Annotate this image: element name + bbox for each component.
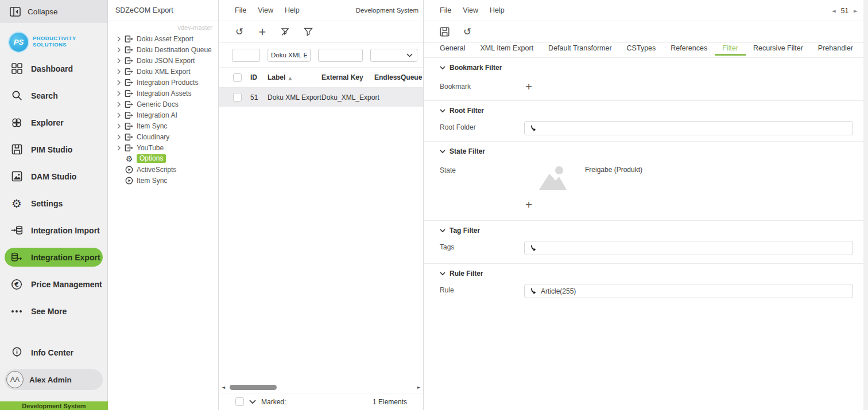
filter-endlessqueue-select[interactable] [370,49,417,62]
column-header-endlessqueue[interactable]: EndlessQueue [374,73,423,81]
column-header-label[interactable]: Label▲ [268,73,321,81]
tree-item-doku-destination-queue[interactable]: Doku Destination Queue [108,44,218,55]
filter-external-key-input[interactable] [318,49,363,62]
collapse-button[interactable]: Collapse [0,0,107,23]
tree-item-integration-assets[interactable]: Integration Assets [108,88,218,99]
add-state-button[interactable]: + [524,198,532,210]
tag-filter-header[interactable]: Tag Filter [440,227,853,235]
state-filter-header[interactable]: State Filter [440,147,853,155]
next-record-icon[interactable]: ► [854,8,858,14]
scrollbar-track[interactable] [227,385,416,390]
tab-general[interactable]: General [432,43,472,56]
menu-view[interactable]: View [258,6,273,14]
horizontal-scrollbar[interactable]: ◄ ► [222,384,421,391]
root-filter-header[interactable]: Root Filter [440,107,853,115]
rule-input[interactable]: Article(255) [524,284,853,298]
tags-input[interactable] [524,241,853,255]
tree-item-generic-docs[interactable]: Generic Docs [108,99,218,110]
chevron-right-icon[interactable] [117,36,122,42]
scrollbar-thumb[interactable] [230,385,277,390]
table-row[interactable]: 51 Doku XML Export Doku_XML_Export [219,88,423,107]
tab-xml-item-export[interactable]: XML Item Export [472,43,541,56]
chevron-right-icon[interactable] [117,91,122,96]
tree-item-doku-asset-export[interactable]: Doku Asset Export [108,33,218,44]
chevron-right-icon[interactable] [117,112,122,118]
tab-default-transformer[interactable]: Default Transformer [541,43,619,56]
tree-item-cloudinary[interactable]: Cloudinary [108,131,218,142]
menu-help[interactable]: Help [285,6,300,14]
chevron-right-icon[interactable] [117,145,122,151]
row-checkbox[interactable] [233,93,242,101]
chevron-right-icon[interactable] [117,101,122,107]
tree-item-options[interactable]: ⚙ Options [108,153,218,164]
sidebar-item-label: DAM Studio [31,172,76,181]
sidebar-item-integration-import[interactable]: Integration Import [0,217,107,244]
tree-item-activescripts[interactable]: ActiveScripts [108,164,218,175]
level-down-arrow-icon [530,245,537,252]
tab-recursive-filter[interactable]: Recursive Filter [746,43,811,56]
filter-button[interactable] [303,28,314,36]
export-node-icon [125,79,134,87]
tree-item-doku-json-export[interactable]: Doku JSON Export [108,55,218,66]
tab-references[interactable]: References [663,43,715,56]
scroll-left-icon[interactable]: ◄ [222,385,225,390]
chevron-down-icon [406,53,413,57]
add-button[interactable]: + [257,26,268,38]
tree-item-item-sync[interactable]: Item Sync [108,120,218,131]
tab-filter[interactable]: Filter [715,43,746,56]
chevron-right-icon[interactable] [117,134,122,140]
scroll-right-icon[interactable]: ► [417,385,421,390]
version-label: vdev-master [108,21,218,32]
user-menu[interactable]: AA Alex Admin [5,369,103,390]
chevron-right-icon[interactable] [117,123,122,129]
chevron-down-icon[interactable] [249,400,256,404]
chevron-right-icon[interactable] [117,69,122,75]
sidebar-item-see-more[interactable]: See More [0,298,107,325]
sidebar-item-dam-studio[interactable]: DAM Studio [0,163,107,190]
bookmark-filter-header[interactable]: Bookmark Filter [440,64,853,72]
add-bookmark-button[interactable]: + [524,80,532,92]
menu-view[interactable]: View [463,6,478,14]
filter-id-input[interactable] [232,49,260,62]
app-logo: PS PRODUCTIVITY SOLUTIONS [0,23,107,55]
reload-button[interactable]: ↺ [462,27,473,37]
sidebar-item-settings[interactable]: ⚙ Settings [0,190,107,217]
refresh-button[interactable]: ↺ [234,27,245,37]
filter-label-input[interactable] [268,49,311,62]
select-all-checkbox[interactable] [233,73,242,82]
column-header-external-key[interactable]: External Key [321,73,374,81]
menu-help[interactable]: Help [490,6,505,14]
vertical-scrollbar[interactable] [863,0,868,410]
logo-mark: PS [9,33,28,52]
sidebar-item-price-management[interactable]: € Price Management [0,271,107,298]
sidebar-item-integration-export[interactable]: Integration Export [5,248,103,267]
menu-file[interactable]: File [235,6,246,14]
export-node-icon [125,133,134,141]
tree-item-integration-ai[interactable]: Integration AI [108,110,218,120]
sidebar-item-pim-studio[interactable]: PIM Studio [0,136,107,163]
sidebar-item-search[interactable]: Search [0,82,107,109]
tree-item-item-sync-script[interactable]: Item Sync [108,175,218,186]
save-button[interactable] [439,27,450,37]
chevron-right-icon[interactable] [117,47,122,53]
rule-value: Article(255) [541,287,576,295]
column-header-id[interactable]: ID [250,73,268,81]
sidebar-item-explorer[interactable]: Explorer [0,109,107,136]
tab-cstypes[interactable]: CSTypes [619,43,664,56]
sidebar-item-dashboard[interactable]: Dashboard [0,55,107,82]
tree-item-doku-xml-export[interactable]: Doku XML Export [108,66,218,77]
export-list-panel: File View Help Development System ↺ + [219,0,424,410]
marked-checkbox[interactable] [235,397,244,406]
clear-filter-button[interactable] [280,28,291,36]
sidebar-item-label: Dashboard [31,64,73,73]
tree-item-integration-products[interactable]: Integration Products [108,77,218,88]
chevron-right-icon[interactable] [117,80,122,85]
previous-record-icon[interactable]: ◄ [832,8,836,14]
menu-file[interactable]: File [440,6,451,14]
root-folder-input[interactable] [524,121,853,135]
sidebar-item-info-center[interactable]: Info Center [0,339,107,366]
tree-item-youtube[interactable]: YouTube [108,142,218,153]
chevron-right-icon[interactable] [117,58,122,64]
rule-filter-header[interactable]: Rule Filter [440,270,853,278]
tab-prehandler[interactable]: Prehandler [811,43,861,56]
